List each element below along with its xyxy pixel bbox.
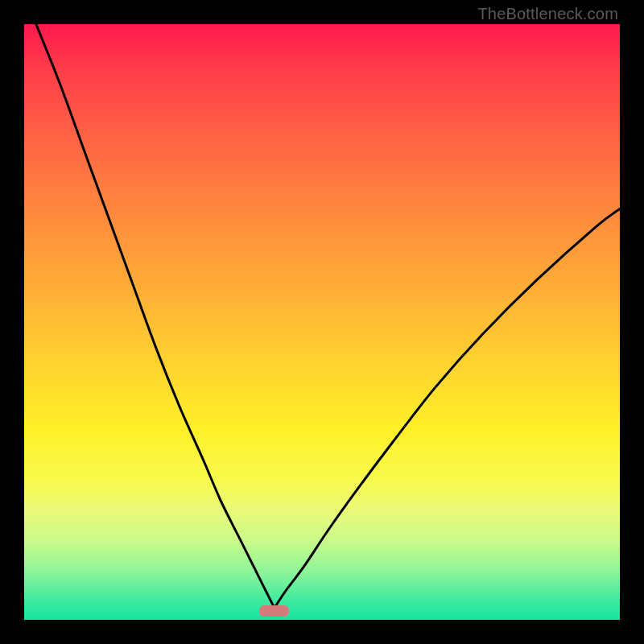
- plot-area: [24, 24, 620, 620]
- curve-layer: [24, 24, 620, 620]
- bottleneck-marker: [259, 605, 289, 616]
- chart-frame: TheBottleneck.com: [0, 0, 644, 644]
- right-branch-curve: [275, 208, 620, 608]
- watermark-text: TheBottleneck.com: [477, 5, 618, 23]
- left-branch-curve: [36, 24, 275, 608]
